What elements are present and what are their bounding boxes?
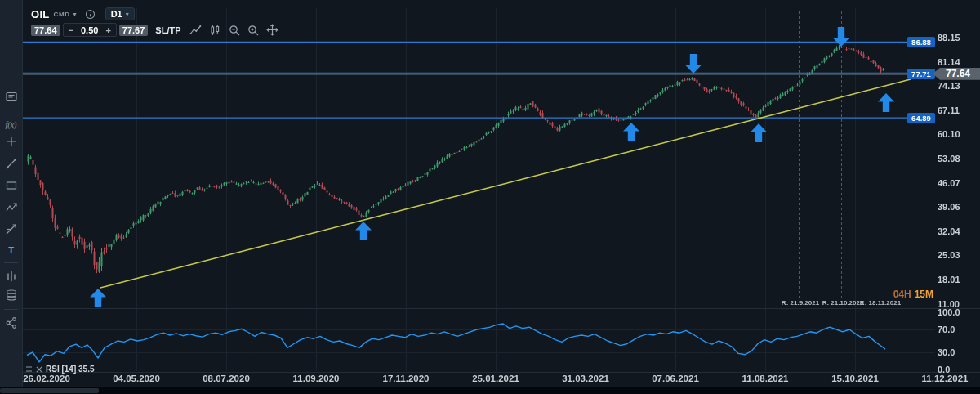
indicators-icon[interactable] <box>0 270 22 283</box>
chart-toolbar: OIL CMD ▾ D1 ▾ 77.64 − 0.50 + 77.67 SL/T… <box>31 7 278 36</box>
price-axis-label: 25.03 <box>938 250 960 260</box>
function-tool-icon[interactable]: f(x) <box>0 118 22 131</box>
rsi-axis-label: 100.0 <box>938 307 960 317</box>
date-axis-label: 11.09.2020 <box>293 374 340 383</box>
sidebar-divider <box>4 110 18 110</box>
date-axis-label: 17.11.2020 <box>383 374 430 383</box>
trendline-tool-icon[interactable] <box>0 157 22 170</box>
price-axis-label: 88.15 <box>938 33 960 43</box>
date-axis-label: 26.02.2020 <box>23 374 70 383</box>
date-axis-label: 11.12.2021 <box>922 374 969 383</box>
reversal-date-label: R: 18.11.2021 <box>860 299 901 307</box>
sidebar-divider <box>4 309 18 310</box>
price-level-badge[interactable]: 77.71 <box>907 69 935 79</box>
volume-value[interactable]: 0.50 <box>77 25 102 35</box>
volume-decrease-button[interactable]: − <box>65 25 77 35</box>
date-axis-label: 07.06.2021 <box>652 374 699 383</box>
shapes-tool-icon[interactable] <box>0 179 22 192</box>
date-axis-label: 04.05.2020 <box>113 374 160 383</box>
line-chart-type-icon[interactable] <box>189 25 202 36</box>
current-price-tag: 77.64 <box>933 68 980 80</box>
date-axis-label: 15.10.2021 <box>831 374 879 383</box>
chart-canvas[interactable] <box>0 0 980 394</box>
rsi-axis-label: 30.0 <box>938 347 955 357</box>
timeframe-caret-icon: ▾ <box>126 11 129 18</box>
buy-price-button[interactable]: 77.67 <box>119 25 149 36</box>
indicator-close-icon[interactable] <box>36 366 42 373</box>
price-axis-label: 39.06 <box>938 202 960 212</box>
candle-countdown-timer: 04H15M <box>893 289 933 300</box>
pan-crosshair-icon[interactable] <box>266 24 278 36</box>
layers-icon[interactable] <box>0 288 22 302</box>
price-axis-label: 53.08 <box>938 154 960 163</box>
rsi-axis-label: 70.0 <box>938 325 955 334</box>
share-icon[interactable] <box>0 316 22 329</box>
chart-panel-icon[interactable] <box>0 90 22 103</box>
price-axis-label: 46.07 <box>938 178 960 188</box>
timeframe-label: D1 <box>111 9 122 19</box>
wave-tool-icon[interactable] <box>0 201 22 214</box>
rsi-indicator-label: RSI [14] 35.5 <box>46 365 94 374</box>
buy-arrow-marker[interactable] <box>751 123 767 142</box>
reversal-date-label: R: 21.10.2021 <box>822 299 864 307</box>
text-tool-icon[interactable]: T <box>0 244 22 257</box>
zoom-in-icon[interactable] <box>247 25 259 36</box>
drawing-tools-sidebar: f(x) T <box>0 0 23 387</box>
buy-arrow-marker[interactable] <box>623 123 639 141</box>
sltp-button[interactable]: SL/TP <box>155 25 180 35</box>
rsi-indicator-tag: RSI [14] 35.5 <box>25 365 94 374</box>
sell-arrow-marker[interactable] <box>685 54 702 74</box>
horizontal-scrollbar-thumb[interactable] <box>0 388 99 393</box>
symbol-name[interactable]: OIL <box>31 8 50 20</box>
zoom-out-icon[interactable] <box>229 25 240 36</box>
candlestick-type-icon[interactable] <box>209 25 221 36</box>
fibonacci-tool-icon[interactable] <box>0 223 22 236</box>
buy-arrow-marker[interactable] <box>90 289 106 307</box>
price-axis-label: 60.10 <box>938 129 960 139</box>
buy-arrow-marker[interactable] <box>878 93 894 112</box>
price-axis-label: 74.13 <box>938 81 960 91</box>
sell-arrow-marker[interactable] <box>833 27 849 47</box>
timer-minutes: 15M <box>915 289 933 300</box>
timeframe-selector[interactable]: D1 ▾ <box>105 7 135 20</box>
timer-hours: 04H <box>893 289 911 300</box>
date-axis-label: 31.03.2021 <box>562 374 609 383</box>
price-axis-label: 67.11 <box>938 105 960 115</box>
price-level-badge[interactable]: 64.89 <box>907 113 935 123</box>
reversal-date-label: R: 21.9.2021 <box>782 299 819 307</box>
volume-increase-button[interactable]: + <box>102 25 114 35</box>
market-type-label: CMD <box>54 11 70 18</box>
symbol-dropdown-caret-icon[interactable]: ▾ <box>74 11 77 18</box>
volume-stepper: − 0.50 + <box>63 23 117 37</box>
date-axis-label: 08.07.2020 <box>203 374 250 383</box>
crosshair-tool-icon[interactable] <box>0 135 22 148</box>
price-level-badge[interactable]: 86.88 <box>907 37 935 47</box>
info-icon[interactable] <box>85 9 96 20</box>
sidebar-divider <box>4 262 18 263</box>
price-axis-label: 81.14 <box>938 57 960 67</box>
buy-arrow-marker[interactable] <box>355 222 372 240</box>
sell-price-button[interactable]: 77.64 <box>31 25 60 36</box>
price-axis-label: 32.04 <box>938 226 960 236</box>
chart-tool-icons <box>189 24 278 36</box>
date-axis-label: 25.01.2021 <box>472 374 519 383</box>
indicator-settings-icon[interactable] <box>25 365 33 373</box>
price-axis-label: 18.01 <box>938 275 960 284</box>
horizontal-scrollbar-track <box>0 387 980 394</box>
trading-platform-window: f(x) T OIL CMD ▾ <box>0 0 980 394</box>
date-axis-label: 11.08.2021 <box>742 374 789 383</box>
